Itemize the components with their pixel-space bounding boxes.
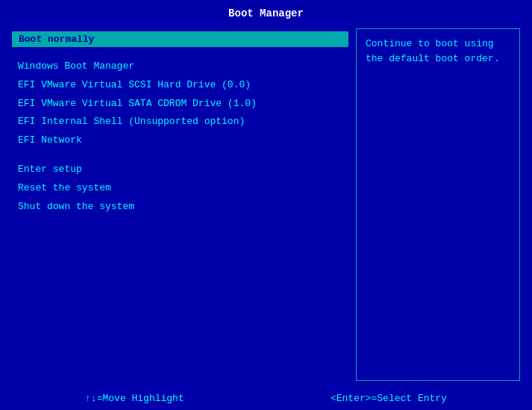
menu-item-boot-normally[interactable]: Boot normally: [12, 31, 348, 47]
footer-select-entry: <Enter>=Select Entry: [331, 393, 447, 404]
footer: ↑↓=Move Highlight <Enter>=Select Entry: [0, 387, 532, 410]
boot-manager-screen: Boot Manager Boot normally Windows Boot …: [0, 0, 532, 410]
menu-item-efi-internal-shell[interactable]: EFI Internal Shell (Unsupported option): [12, 113, 348, 131]
menu-item-efi-network[interactable]: EFI Network: [12, 131, 348, 150]
menu-panel: Boot normally Windows Boot Manager EFI V…: [12, 28, 348, 381]
footer-move-highlight: ↑↓=Move Highlight: [85, 393, 184, 404]
menu-item-efi-sata[interactable]: EFI VMware Virtual SATA CDROM Drive (1.0…: [12, 95, 348, 114]
title-text: Boot Manager: [228, 7, 304, 19]
menu-spacer: [12, 150, 348, 161]
info-text: Continue to boot using the default boot …: [366, 38, 499, 64]
menu-item-shutdown[interactable]: Shut down the system: [12, 198, 348, 217]
menu-item-windows-boot-manager[interactable]: Windows Boot Manager: [12, 58, 348, 76]
info-panel: Continue to boot using the default boot …: [356, 28, 520, 381]
menu-item-efi-scsi[interactable]: EFI VMware Virtual SCSI Hard Drive (0.0): [12, 76, 348, 95]
menu-item-reset-system[interactable]: Reset the system: [12, 179, 348, 198]
title-bar: Boot Manager: [0, 0, 532, 25]
menu-item-enter-setup[interactable]: Enter setup: [12, 161, 348, 179]
main-content: Boot normally Windows Boot Manager EFI V…: [0, 25, 532, 387]
